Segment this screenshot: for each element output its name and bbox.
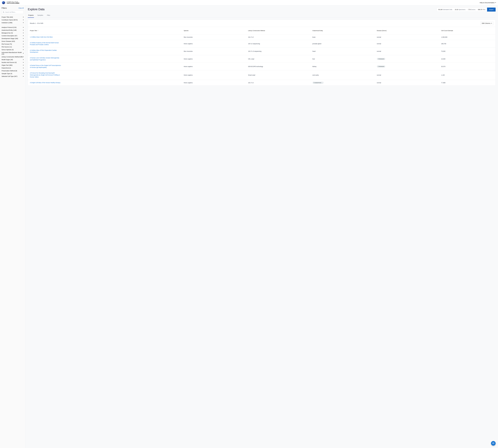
filter-label: Analysis Protocol (219) (1, 27, 17, 28)
chip[interactable]: 3 anatomical ... (313, 82, 324, 84)
column-header[interactable]: Project Title↑ (28, 27, 182, 34)
filter-label: Content Description (67) (1, 35, 17, 36)
filter-search[interactable] (1, 10, 24, 14)
chevron-down-icon (23, 68, 24, 68)
tab-projects[interactable]: Projects (28, 14, 34, 18)
export-button[interactable]: Export (487, 8, 496, 12)
column-header[interactable]: Cell Count Estimate (440, 27, 496, 34)
project-link[interactable]: A Partial Picture of the Single-Cell Tra… (30, 64, 62, 68)
chevron-down-icon (23, 76, 24, 77)
filter-item[interactable]: Contributor Name (5074) (1, 18, 24, 21)
feedback-icon (492, 442, 494, 444)
feedback-fab[interactable] (491, 441, 496, 446)
chevron-down-icon (23, 22, 24, 23)
sidebar: Filters Clear All Project Title (404)Con… (0, 5, 25, 448)
filter-item[interactable]: Anatomical Entity (148) (1, 29, 24, 32)
chevron-down-icon (23, 41, 24, 42)
chevron-down-icon (23, 38, 24, 39)
filter-item[interactable]: Genus Species (4) (1, 48, 24, 51)
stat-value: 508.7k (478, 9, 482, 10)
cell-species: Mus musculus (182, 48, 247, 55)
column-header[interactable]: Species (182, 27, 247, 34)
stat-item: 508.7k Files (478, 9, 485, 10)
filter-item[interactable]: File Format (75) (1, 43, 24, 46)
page-title: Explore Data (28, 8, 44, 11)
edit-columns-label: Edit Columns (482, 22, 490, 24)
table-row: A Partial Picture of the Single-Cell Tra… (28, 63, 496, 70)
cell-count: 10,000 (440, 55, 496, 63)
chevron-down-icon (23, 27, 24, 28)
table-row: A Cellular Atlas of Pitx2-Dependent Card… (28, 48, 496, 55)
filter-item[interactable]: Paired End (2) (1, 67, 24, 69)
filter-label: Anatomical Entity (148) (1, 29, 17, 31)
chevron-down-icon (23, 73, 24, 74)
filter-item[interactable]: Institution (1358) (1, 21, 24, 24)
filter-label: Development Stage (166) (1, 38, 18, 39)
table-row: A Cellular Anatomy of the Normal Adult H… (28, 40, 496, 48)
filter-label: Organ Part (380) (1, 64, 13, 66)
chevron-down-icon (23, 44, 24, 44)
project-link[interactable]: A Cellular Anatomy of the Normal Adult H… (30, 42, 62, 46)
filter-item[interactable]: Instrument Manufacturer Model (23) (1, 51, 24, 55)
results-table: Project Title↑SpeciesLibrary Constructio… (28, 27, 496, 85)
stat-item: 19.1k Specimens (455, 9, 465, 10)
column-header[interactable]: Disease (Donor) (375, 27, 440, 34)
filter-label: Biological Sex (5) (1, 32, 13, 34)
filter-search-input[interactable] (5, 11, 23, 13)
chevron-down-icon (23, 35, 24, 36)
project-link[interactable]: 1.3 Million Brain Cells from E18 Mice (30, 36, 62, 38)
project-link[interactable]: A Protocol for Revealing Oral Neutrophil… (30, 72, 62, 78)
filter-label: File Source (11) (1, 46, 12, 48)
chevron-down-icon (23, 62, 24, 63)
separator-dot: • (453, 9, 454, 10)
filter-item[interactable]: Organ Part (380) (1, 64, 24, 67)
chevron-down-icon (23, 30, 24, 31)
cell-disease: normal (375, 40, 440, 48)
tab-samples[interactable]: Samples (37, 14, 44, 18)
cell-library-method: Smart-seq2 (247, 70, 311, 80)
filter-item[interactable]: Preservation Method (8) (1, 69, 24, 72)
filter-item[interactable]: Model Organ (30) (1, 58, 24, 61)
help-documentation-link[interactable]: Help & Documentation (480, 2, 496, 3)
filter-item[interactable]: Biological Sex (5) (1, 32, 24, 34)
cell-anatomical-entity: prostate gland (311, 40, 375, 48)
filter-item[interactable]: File Source (11) (1, 46, 24, 48)
stat-item: 50.1M Estimated Cells (438, 9, 452, 10)
table-row: A Protocol for Revealing Oral Neutrophil… (28, 70, 496, 80)
filter-item[interactable]: Development Stage (166) (1, 37, 24, 40)
cell-library-method: GEXSCOPE technology (247, 63, 311, 70)
filter-item[interactable]: Analysis Protocol (219) (1, 26, 24, 29)
filter-item[interactable]: Nucleic Acid Source (4) (1, 61, 24, 64)
cell-species: Homo sapiens (182, 63, 247, 70)
cell-disease: normal (375, 70, 440, 80)
tab-files[interactable]: Files (47, 14, 50, 18)
filter-label: Model Organ (30) (1, 59, 13, 60)
filter-item[interactable]: Donor Disease (420) (1, 40, 24, 43)
stat-label: Donors (471, 9, 476, 10)
filter-item[interactable]: Project Title (404) (1, 16, 24, 18)
svg-line-1 (4, 13, 4, 13)
filter-label: Contributor Name (5074) (1, 19, 17, 21)
chip[interactable]: 3 diseases (377, 58, 385, 60)
cell-count: 75,000 (440, 48, 496, 55)
separator-dot: • (477, 9, 477, 10)
filter-label: Preservation Method (8) (1, 70, 17, 72)
clear-all-button[interactable]: Clear All (18, 7, 24, 9)
project-link[interactable]: A Cellular Atlas of Pitx2-Dependent Card… (30, 49, 62, 53)
filter-item[interactable]: Library Construction Method (88) (1, 55, 24, 58)
filter-item[interactable]: Sample Type (4) (1, 72, 24, 75)
chip[interactable]: 2 diseases (377, 65, 385, 67)
project-link[interactable]: A Human Liver Cell Atlas reveals Heterog… (30, 57, 62, 61)
edit-columns-button[interactable]: Edit Columns (480, 22, 494, 25)
filter-item[interactable]: Selected Cell Type (307) (1, 75, 24, 78)
cell-species: Homo sapiens (182, 80, 247, 86)
logo[interactable]: HUMAN CELL ATLAS DATA EXPLORER (2, 1, 19, 4)
cell-library-method: 10x 3' v2 (247, 80, 311, 86)
project-link[interactable]: A Single-Cell Atlas of the Human Healthy… (30, 82, 62, 84)
table-row: A Single-Cell Atlas of the Human Healthy… (28, 80, 496, 86)
column-header[interactable]: Library Construction Method (247, 27, 311, 34)
column-header[interactable]: Anatomical Entity (311, 27, 375, 34)
filter-label: Institution (1358) (1, 22, 12, 23)
filter-label: Sample Type (4) (1, 73, 12, 74)
filter-item[interactable]: Content Description (67) (1, 34, 24, 37)
